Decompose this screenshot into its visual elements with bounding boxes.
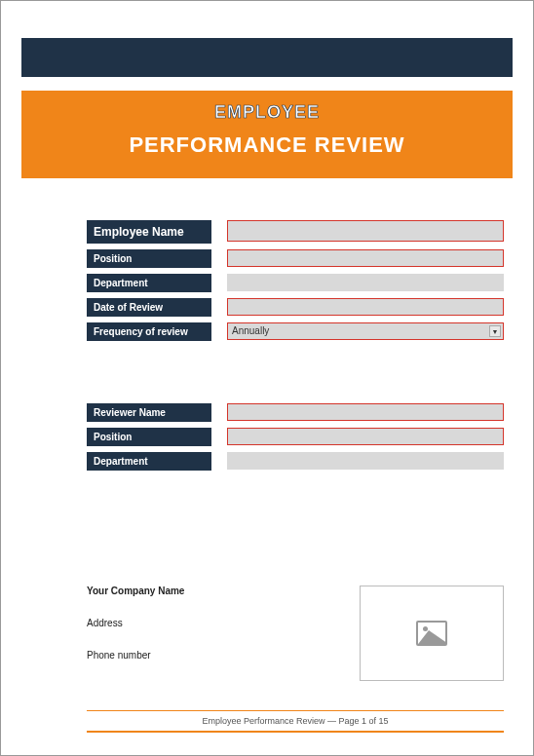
row-department: Department — [87, 274, 504, 292]
input-position[interactable] — [227, 249, 504, 267]
title-line1: EMPLOYEE — [21, 102, 513, 123]
image-placeholder-box[interactable] — [360, 586, 504, 681]
label-reviewer-position: Position — [87, 428, 211, 446]
row-employee-name: Employee Name — [87, 220, 504, 244]
company-block: Your Company Name Address Phone number — [87, 586, 504, 682]
top-dark-bar — [21, 38, 513, 77]
footer-line-bottom — [87, 731, 504, 733]
label-frequency: Frequency of review — [87, 322, 211, 341]
company-text: Your Company Name Address Phone number — [87, 586, 360, 682]
label-employee-name: Employee Name — [87, 220, 211, 244]
input-employee-name[interactable] — [227, 220, 504, 242]
footer-line-top — [87, 710, 504, 712]
row-reviewer-position: Position — [87, 428, 504, 446]
label-position: Position — [87, 249, 211, 268]
select-frequency[interactable]: Annually ▼ — [227, 322, 504, 340]
title-band: EMPLOYEE PERFORMANCE REVIEW — [21, 91, 513, 178]
company-address: Address — [87, 618, 360, 628]
chevron-down-icon: ▼ — [489, 325, 501, 337]
row-position: Position — [87, 249, 504, 268]
title-line2: PERFORMANCE REVIEW — [21, 132, 513, 158]
input-reviewer-position[interactable] — [227, 428, 504, 445]
input-date[interactable] — [227, 298, 504, 316]
footer: Employee Performance Review — Page 1 of … — [87, 710, 504, 734]
label-reviewer-department: Department — [87, 452, 211, 471]
row-reviewer-name: Reviewer Name — [87, 403, 504, 422]
image-icon — [416, 621, 447, 646]
label-department: Department — [87, 274, 211, 292]
form-area: Employee Name Position Department Date o… — [87, 220, 504, 476]
footer-text: Employee Performance Review — Page 1 of … — [87, 714, 504, 728]
label-date: Date of Review — [87, 298, 211, 317]
input-department[interactable] — [227, 274, 504, 291]
company-name: Your Company Name — [87, 586, 360, 596]
row-reviewer-department: Department — [87, 452, 504, 471]
company-phone: Phone number — [87, 650, 360, 661]
select-frequency-value: Annually — [232, 325, 269, 336]
input-reviewer-department[interactable] — [227, 452, 504, 470]
input-reviewer-name[interactable] — [227, 403, 504, 421]
row-frequency: Frequency of review Annually ▼ — [87, 322, 504, 341]
label-reviewer-name: Reviewer Name — [87, 403, 211, 422]
row-date: Date of Review — [87, 298, 504, 317]
